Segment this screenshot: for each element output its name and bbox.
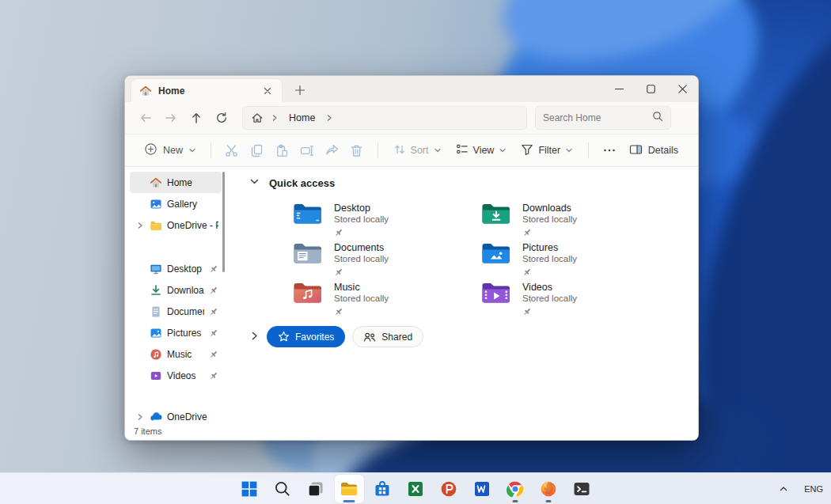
sidebar-item-pictures[interactable]: Pictures bbox=[130, 322, 222, 343]
search-box[interactable] bbox=[535, 106, 671, 130]
taskbar-icon-firefox[interactable] bbox=[534, 475, 563, 503]
share-button[interactable] bbox=[319, 138, 344, 163]
refresh-button[interactable] bbox=[209, 105, 234, 131]
taskbar-icon-store[interactable] bbox=[368, 475, 397, 503]
taskbar-icon-task-view[interactable] bbox=[302, 475, 331, 503]
view-button[interactable]: View bbox=[449, 138, 514, 163]
folder-pictures-icon bbox=[481, 241, 511, 268]
taskbar-icon-chrome[interactable] bbox=[501, 475, 530, 503]
sidebar-item-onedrive-perso[interactable]: OneDrive - Perso bbox=[130, 214, 222, 236]
details-button[interactable]: Details bbox=[622, 138, 685, 163]
desktop-icon bbox=[150, 263, 162, 275]
pivot-label: Shared bbox=[381, 332, 412, 343]
sidebar-item-documents[interactable]: Documents bbox=[130, 301, 222, 322]
taskbar-icon-excel[interactable] bbox=[401, 475, 431, 503]
copy-button[interactable] bbox=[245, 138, 270, 163]
cut-button[interactable] bbox=[219, 138, 245, 163]
chevron-down-icon bbox=[565, 145, 573, 157]
breadcrumb-home-icon[interactable] bbox=[251, 112, 264, 124]
excel-icon bbox=[406, 479, 425, 498]
downloads-icon bbox=[150, 284, 162, 297]
quick-access-item-videos[interactable]: VideosStored locally bbox=[478, 279, 666, 316]
quick-access-item-pictures[interactable]: PicturesStored locally bbox=[478, 240, 666, 276]
quick-access-item-music[interactable]: MusicStored locally bbox=[290, 279, 478, 316]
paste-button[interactable] bbox=[269, 138, 294, 163]
forward-button[interactable] bbox=[158, 105, 184, 131]
quick-access-item-desktop[interactable]: DesktopStored locally bbox=[290, 200, 478, 237]
search-icon bbox=[273, 479, 292, 498]
sidebar-item-videos[interactable]: Videos bbox=[130, 365, 222, 386]
sidebar-item-label: OneDrive bbox=[167, 411, 207, 423]
expand-chevron-icon[interactable] bbox=[135, 413, 145, 421]
tab-close-icon[interactable] bbox=[260, 83, 275, 99]
quick-access-header[interactable]: Quick access bbox=[249, 175, 698, 191]
folder-documents-icon bbox=[293, 241, 323, 268]
expand-chevron-icon[interactable] bbox=[135, 222, 145, 229]
chevron-right-icon[interactable] bbox=[249, 330, 260, 344]
pivot-label: Favorites bbox=[295, 332, 334, 343]
quick-access-item-documents[interactable]: DocumentsStored locally bbox=[290, 240, 478, 276]
sidebar-item-home[interactable]: Home bbox=[130, 172, 222, 193]
shared-pivot-button[interactable]: Shared bbox=[352, 326, 423, 347]
filter-button[interactable]: Filter bbox=[514, 138, 580, 163]
gallery-icon bbox=[150, 198, 162, 210]
taskbar-icon-powerpoint[interactable] bbox=[434, 475, 464, 503]
search-icon bbox=[652, 111, 663, 125]
up-button[interactable] bbox=[184, 105, 209, 131]
taskbar-icon-search[interactable] bbox=[268, 475, 298, 503]
sidebar-item-desktop[interactable]: Desktop bbox=[130, 258, 222, 279]
taskbar-icon-start[interactable] bbox=[235, 475, 264, 503]
tab-title: Home bbox=[158, 85, 184, 97]
address-bar[interactable]: Home bbox=[242, 106, 527, 130]
minimize-button[interactable] bbox=[603, 76, 635, 102]
favorites-pivot-button[interactable]: Favorites bbox=[267, 326, 345, 347]
new-tab-button[interactable] bbox=[290, 80, 310, 100]
more-options-button[interactable] bbox=[597, 138, 622, 163]
pin-icon bbox=[522, 305, 577, 320]
language-indicator[interactable]: ENG bbox=[804, 484, 823, 494]
sidebar-item-music[interactable]: Music bbox=[130, 343, 222, 365]
item-name: Music bbox=[334, 282, 389, 293]
item-subtitle: Stored locally bbox=[334, 214, 389, 224]
sidebar-item-downloads[interactable]: Downloads bbox=[130, 279, 222, 301]
new-button[interactable]: New bbox=[138, 138, 203, 163]
system-tray: ENG bbox=[776, 473, 823, 504]
tab-strip: Home bbox=[125, 76, 698, 102]
onedrive-cloud-icon bbox=[150, 411, 162, 423]
taskbar-icon-terminal[interactable] bbox=[567, 475, 597, 503]
maximize-button[interactable] bbox=[635, 76, 666, 102]
tab-home[interactable]: Home bbox=[131, 79, 282, 102]
plus-circle-icon bbox=[144, 142, 157, 158]
breadcrumb-home[interactable]: Home bbox=[286, 111, 318, 125]
sidebar-item-label: Videos bbox=[167, 370, 195, 381]
taskbar-icon-file-explorer[interactable] bbox=[335, 475, 364, 503]
sidebar-item-onedrive[interactable]: OneDrive bbox=[130, 406, 222, 423]
sidebar-item-label: Music bbox=[167, 349, 192, 360]
pictures-icon bbox=[150, 327, 162, 339]
items-count: 7 items bbox=[134, 426, 161, 436]
folder-downloads-icon bbox=[481, 202, 511, 229]
back-button[interactable] bbox=[133, 105, 158, 131]
chevron-down-icon[interactable] bbox=[249, 176, 260, 190]
task-view-icon bbox=[306, 479, 325, 498]
delete-button[interactable] bbox=[344, 138, 370, 163]
sort-button[interactable]: Sort bbox=[386, 138, 449, 163]
show-hidden-icons-button[interactable] bbox=[776, 481, 791, 497]
window-body: HomeGalleryOneDrive - PersoDesktopDownlo… bbox=[125, 167, 698, 423]
rename-button[interactable] bbox=[294, 138, 320, 163]
taskbar-icon-word[interactable] bbox=[468, 475, 497, 503]
powerpoint-icon bbox=[439, 479, 458, 498]
chevron-down-icon bbox=[434, 145, 442, 157]
star-icon bbox=[278, 331, 290, 343]
item-name: Downloads bbox=[522, 203, 577, 214]
close-button[interactable] bbox=[666, 76, 698, 102]
quick-access-grid: DesktopStored locallyDownloadsStored loc… bbox=[290, 200, 698, 316]
sidebar-item-gallery[interactable]: Gallery bbox=[130, 193, 222, 214]
pin-icon bbox=[209, 286, 218, 295]
folder-videos-icon bbox=[481, 281, 511, 308]
sidebar-scrollbar[interactable] bbox=[222, 172, 225, 272]
pin-icon bbox=[209, 328, 218, 338]
search-input[interactable] bbox=[543, 112, 652, 123]
quick-access-item-downloads[interactable]: DownloadsStored locally bbox=[478, 200, 666, 237]
item-subtitle: Stored locally bbox=[334, 294, 389, 303]
